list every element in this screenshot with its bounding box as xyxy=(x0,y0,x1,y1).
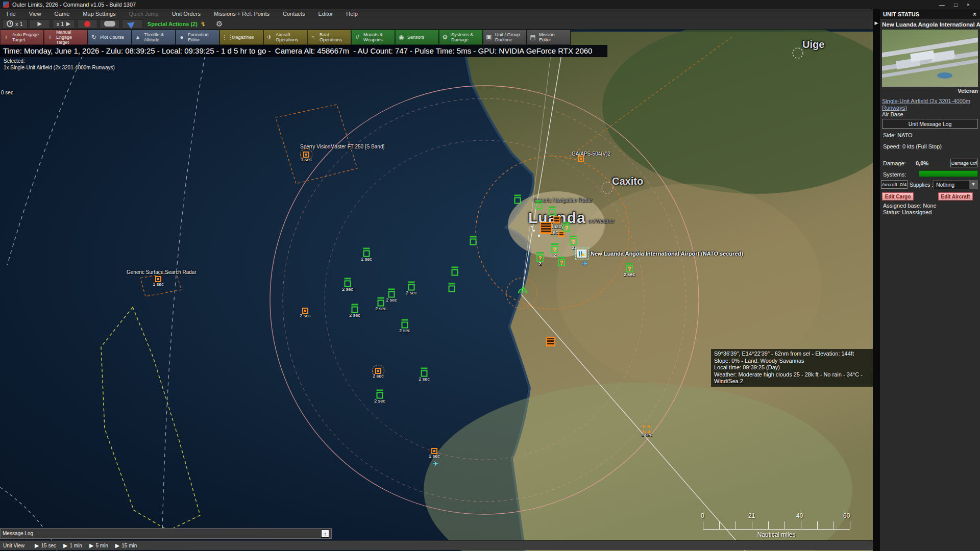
menu-item-file[interactable]: File xyxy=(0,9,22,18)
damage-ctrl-button[interactable]: Damage Ctrl xyxy=(950,159,978,167)
aircraft-icon[interactable]: ✈ xyxy=(582,259,589,268)
supplies-select[interactable]: Nothing ▼ xyxy=(933,180,978,189)
unit-class-link[interactable]: Single-Unit Airfield (2x 3201-4000m Runw… xyxy=(882,98,978,111)
panel-collapse-strip[interactable]: ▶ xyxy=(873,9,880,551)
menu-item-map-settings[interactable]: Map Settings xyxy=(76,9,122,18)
unknown-contact-icon[interactable]: ? xyxy=(563,224,570,232)
toolbar-button-mounts-weapons[interactable]: //Mounts &Weapons xyxy=(351,30,395,45)
unknown-contact-icon[interactable]: ?2 xyxy=(536,255,544,262)
edit-cargo-button[interactable]: Edit Cargo xyxy=(882,192,914,201)
special-actions-button[interactable]: Special Actions (2) xyxy=(148,21,198,27)
surface-contact-icon[interactable] xyxy=(549,209,556,216)
panel-title: UNIT STATUS xyxy=(883,11,919,17)
toolbar-button-unit-group-doctrine[interactable]: ▣Unit / GroupDoctrine xyxy=(483,30,527,45)
close-button[interactable]: × xyxy=(967,2,970,8)
surface-contact-icon[interactable]: 2 sec xyxy=(352,307,358,313)
jump-button[interactable] xyxy=(122,19,142,29)
mission-editor-icon: ▤ xyxy=(529,34,537,41)
aircraft-button[interactable]: Aircraft: 0/4 xyxy=(881,180,908,189)
surface-contact-icon[interactable] xyxy=(514,197,521,204)
menu-item-editor[interactable]: Editor xyxy=(311,9,339,18)
surface-contact-icon[interactable]: 2 sec xyxy=(345,281,351,287)
interval-1-min[interactable]: 1 min xyxy=(69,543,82,548)
toolbar-button-boat-operations[interactable]: ≈BoatOperations xyxy=(307,30,351,45)
erase-button[interactable] xyxy=(100,19,120,29)
facility-contact-icon[interactable] xyxy=(553,216,560,223)
surface-contact-icon[interactable] xyxy=(536,203,543,210)
facility-contact-icon[interactable] xyxy=(546,337,555,346)
assignment-status: Status: Unassigned xyxy=(883,209,937,216)
contact-label: 2 xyxy=(572,245,574,251)
menu-item-contacts[interactable]: Contacts xyxy=(276,9,311,18)
map-viewport[interactable]: 1 sec1 sec2 sec2 sec2 sec2 sec2 sec2 sec… xyxy=(0,30,873,551)
run-button[interactable]: ▶ xyxy=(30,19,50,29)
surface-contact-icon[interactable]: 2 sec xyxy=(388,291,395,298)
facility-contact-icon[interactable] xyxy=(540,222,552,234)
menu-item-view[interactable]: View xyxy=(22,9,48,18)
menu-item-game[interactable]: Game xyxy=(47,9,76,18)
interval-15-min[interactable]: 15 min xyxy=(121,543,137,548)
edit-aircraft-button[interactable]: Edit Aircraft xyxy=(938,192,973,201)
hostile-contact-icon[interactable]: 2 sec xyxy=(375,368,381,374)
record-button[interactable] xyxy=(77,19,97,29)
hostile-contact-icon[interactable]: 2 sec xyxy=(302,308,308,314)
surface-contact-icon[interactable]: 2 sec xyxy=(378,300,384,307)
unknown-contact-icon[interactable]: ?2 sec xyxy=(626,265,633,272)
panel-collapse-arrow-icon[interactable]: ▶ xyxy=(873,20,880,26)
toolbar-button-magazines[interactable]: ⋮⋮Magazines xyxy=(219,30,263,45)
hostile-contact-icon[interactable]: 1 sec xyxy=(303,152,309,158)
toolbar-button-aircraft-operations[interactable]: ✈AircraftOperations xyxy=(263,30,307,45)
play-interval-icon[interactable]: ▶ xyxy=(115,542,119,549)
unknown-contact-icon[interactable]: ? xyxy=(558,259,565,266)
surface-contact-icon[interactable] xyxy=(452,269,458,276)
facility-contact-icon[interactable] xyxy=(558,231,565,237)
interval-15-sec[interactable]: 15 sec xyxy=(41,543,56,548)
gear-icon[interactable]: ⚙ xyxy=(216,19,223,29)
aircraft-contact-icon[interactable]: ✈ xyxy=(432,460,438,468)
surface-contact-icon[interactable]: 2 sec xyxy=(363,251,370,257)
maximize-button[interactable]: □ xyxy=(954,2,958,8)
aircraft-operations-icon: ✈ xyxy=(265,34,274,41)
menu-item-help[interactable]: Help xyxy=(339,9,364,18)
toolbar-button-auto-engage-target[interactable]: +Auto EngageTarget xyxy=(0,30,44,45)
toolbar-button-formation-editor[interactable]: ●FormationEditor xyxy=(176,30,219,45)
hostile-contact-icon[interactable] xyxy=(578,156,584,162)
step-compression-button[interactable]: x 1 ▶ xyxy=(52,19,75,29)
expand-log-button[interactable]: ↑ xyxy=(321,530,329,538)
chevron-down-icon[interactable]: ▼ xyxy=(969,181,977,189)
toolbar-button-systems-damage[interactable]: ⚙Systems &Damage xyxy=(439,30,483,45)
play-interval-icon[interactable]: ▶ xyxy=(63,542,67,549)
toolbar-button-mission-editor[interactable]: ▤MissionEditor xyxy=(527,30,571,45)
unknown-hostile-contact-icon[interactable]: 2 sec xyxy=(643,425,650,433)
message-log-bar[interactable]: Message Log ↑ xyxy=(0,528,332,539)
menu-item-quick-jump[interactable]: Quick Jump xyxy=(122,9,165,18)
hostile-contact-icon[interactable]: 2 sec xyxy=(431,448,437,454)
minimize-button[interactable]: — xyxy=(939,2,945,8)
unit-message-log-button[interactable]: Unit Message Log xyxy=(882,119,978,129)
surface-contact-icon[interactable]: 2 sec xyxy=(402,322,408,329)
toolbar-button-sensors[interactable]: ◉Sensors xyxy=(395,30,439,45)
scale-baseline xyxy=(703,529,850,530)
toolbar-button-manual-engage-target[interactable]: +ManualEngage Target xyxy=(44,30,88,45)
supplies-label: Supplies : xyxy=(910,182,933,188)
toolbar-button-throttle-altitude[interactable]: ▲Throttle &Altitude xyxy=(132,30,176,45)
assigned-base: Assigned base: None xyxy=(883,203,937,209)
collapse-chevron-icon[interactable]: « xyxy=(972,12,979,16)
unknown-contact-icon[interactable]: ?2 xyxy=(551,246,558,253)
hostile-contact-icon[interactable]: 1 sec xyxy=(155,276,161,282)
surface-contact-icon[interactable]: 2 sec xyxy=(377,392,383,399)
toolbar-button-plot-course[interactable]: ↻Plot Course xyxy=(88,30,132,45)
surface-contact-icon[interactable] xyxy=(470,239,477,245)
play-interval-icon[interactable]: ▶ xyxy=(35,542,39,549)
contact-label: 2 sec xyxy=(624,272,635,278)
unknown-contact-icon[interactable]: ?2 xyxy=(570,238,577,245)
menu-item-unit-orders[interactable]: Unit Orders xyxy=(165,9,207,18)
surface-contact-icon[interactable]: 2 sec xyxy=(421,370,428,377)
play-interval-icon[interactable]: ▶ xyxy=(89,542,93,549)
selected-airbase-icon[interactable]: New Luanda Angola International Airport … xyxy=(577,250,586,258)
interval-5-min[interactable]: 5 min xyxy=(95,543,108,548)
surface-contact-icon[interactable]: 2 sec xyxy=(408,284,415,291)
menu-item-missions-ref-points[interactable]: Missions + Ref. Points xyxy=(207,9,276,18)
time-compression-button[interactable]: x 1 xyxy=(2,19,28,29)
surface-contact-icon[interactable] xyxy=(449,286,455,292)
